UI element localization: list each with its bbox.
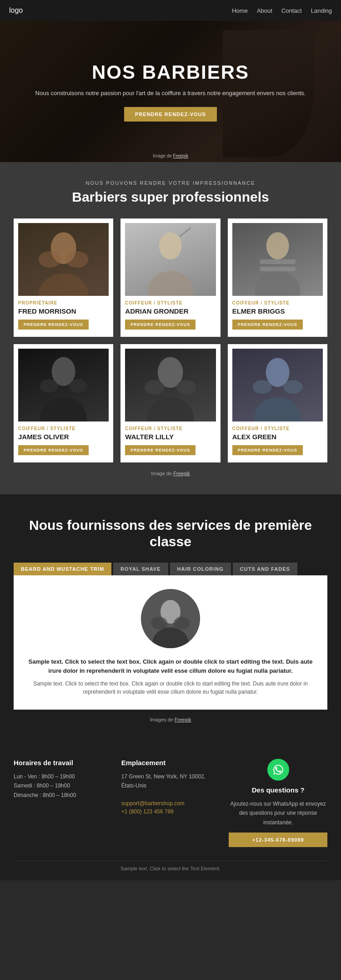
footer-whatsapp-text: Ajoutez-nous sur WhatsApp et envoyez des… xyxy=(229,799,327,827)
svg-point-3 xyxy=(66,251,89,268)
services-section: Nous fournissons des services de premièr… xyxy=(0,494,341,741)
footer-email[interactable]: support@barbershop.com xyxy=(121,800,185,807)
services-credit-link[interactable]: Freepik xyxy=(175,717,191,722)
barber-card: COIFFEUR / STYLISTE ELMER BRIGGS PRENDRE… xyxy=(228,218,327,337)
footer-hours-title: Horaires de travail xyxy=(14,759,112,767)
footer-phone: +1 (800) 123 456 789 xyxy=(121,808,174,815)
nav-links: Home About Contact Landing xyxy=(232,7,332,14)
svg-point-8 xyxy=(255,271,300,296)
footer-hours-line-3: Dimanche : 8h00 – 18h00 xyxy=(14,791,112,800)
footer-location-title: Emplacement xyxy=(121,759,220,767)
hero-section: NOS BARBIERS Nous construisons notre pas… xyxy=(0,21,341,162)
svg-point-27 xyxy=(174,617,190,630)
barbiers-credit: Image de Freepik xyxy=(14,471,327,476)
barber-btn-4[interactable]: PRENDRE RENDEZ-VOUS xyxy=(18,445,89,455)
nav-contact[interactable]: Contact xyxy=(281,7,302,14)
barber-btn-5[interactable]: PRENDRE RENDEZ-VOUS xyxy=(125,445,196,455)
barber-role-5: COIFFEUR / STYLISTE xyxy=(125,426,216,431)
footer-bottom-text: Sample text. Click to select the Text El… xyxy=(120,866,221,871)
svg-point-2 xyxy=(39,251,61,268)
service-image xyxy=(141,589,200,648)
barber-photo-2 xyxy=(125,223,216,296)
footer-hours-line-2: Samedi : 8h00 – 18h00 xyxy=(14,781,112,790)
hero-credit: Image de Freepik xyxy=(153,153,188,158)
barber-photo-4 xyxy=(18,349,109,421)
barber-name-5: WALTER LILLY xyxy=(125,433,216,441)
footer-whatsapp: Des questions ? Ajoutez-nous sur WhatsAp… xyxy=(229,759,327,847)
svg-point-20 xyxy=(254,397,301,421)
svg-point-22 xyxy=(283,380,302,394)
svg-point-7 xyxy=(266,232,289,259)
barber-card: COIFFEUR / STYLISTE ALEX GREEN PRENDRE R… xyxy=(228,344,327,462)
barber-role-6: COIFFEUR / STYLISTE xyxy=(232,426,323,431)
barber-card: COIFFEUR / STYLISTE JAMES OLIVER PRENDRE… xyxy=(14,344,113,462)
svg-point-18 xyxy=(176,380,196,395)
barber-btn-6[interactable]: PRENDRE RENDEZ-VOUS xyxy=(232,445,303,455)
barber-role-1: PROPRIÉTAIRE xyxy=(18,300,109,305)
barbers-grid: PROPRIÉTAIRE FRED MORRISON PRENDRE RENDE… xyxy=(14,218,327,462)
svg-point-4 xyxy=(159,232,182,259)
barbiers-label: NOUS POUVONS RENDRE VOTRE IMPRESSIONNANC… xyxy=(14,180,327,186)
barber-role-2: COIFFEUR / STYLISTE xyxy=(125,300,216,305)
footer-hours: Horaires de travail Lun - Ven : 8h00 – 1… xyxy=(14,759,112,847)
barber-name-6: ALEX GREEN xyxy=(232,433,323,441)
barber-name-3: ELMER BRIGGS xyxy=(232,307,323,315)
svg-rect-9 xyxy=(259,259,296,264)
footer-bottom: Sample text. Click to select the Text El… xyxy=(14,861,327,871)
barber-photo-5 xyxy=(125,349,216,421)
tab-cuts-fades[interactable]: CUTS AND FADES xyxy=(233,563,297,575)
svg-rect-10 xyxy=(259,267,296,271)
barber-card: COIFFEUR / STYLISTE ADRIAN GRONDER PREND… xyxy=(120,218,220,337)
tab-beard-mustache[interactable]: BEARD AND MUSTACHE TRIM xyxy=(14,563,111,575)
barber-photo-3 xyxy=(232,223,323,296)
svg-point-1 xyxy=(39,273,89,296)
hero-credit-link[interactable]: Freepik xyxy=(173,153,188,158)
nav-home[interactable]: Home xyxy=(232,7,248,14)
nav-landing[interactable]: Landing xyxy=(311,7,332,14)
svg-point-21 xyxy=(253,380,272,394)
tab-hair-coloring[interactable]: HAIR COLORING xyxy=(170,563,231,575)
services-tabs: BEARD AND MUSTACHE TRIM ROYAL SHAVE HAIR… xyxy=(14,563,327,575)
barbiers-section: NOUS POUVONS RENDRE VOTRE IMPRESSIONNANC… xyxy=(0,162,341,494)
barbiers-title: Barbiers super professionnels xyxy=(14,189,327,205)
barbiers-credit-link[interactable]: Freepik xyxy=(173,471,190,476)
services-title: Nous fournissons des services de premièr… xyxy=(14,517,327,550)
barber-photo-1 xyxy=(18,223,109,296)
whatsapp-icon xyxy=(267,759,289,781)
hero-cta-button[interactable]: PRENDRE RENDEZ-VOUS xyxy=(124,107,217,122)
barber-btn-1[interactable]: PRENDRE RENDEZ-VOUS xyxy=(18,320,89,330)
service-text-bold: Sample text. Click to select the text bo… xyxy=(27,657,314,675)
hero-content: NOS BARBIERS Nous construisons notre pas… xyxy=(26,52,315,131)
whatsapp-button[interactable]: +12-345-678-89089 xyxy=(229,833,327,847)
barber-card: PROPRIÉTAIRE FRED MORRISON PRENDRE RENDE… xyxy=(14,218,113,337)
service-panel: Sample text. Click to select the text bo… xyxy=(14,575,327,710)
footer-whatsapp-title: Des questions ? xyxy=(229,786,327,794)
barber-card: COIFFEUR / STYLISTE WALTER LILLY PRENDRE… xyxy=(120,344,220,462)
svg-point-16 xyxy=(147,397,194,421)
svg-point-14 xyxy=(69,379,87,393)
footer-location: Emplacement 17 Green St, New York, NY 10… xyxy=(121,759,220,847)
hero-subtitle: Nous construisons notre passion pour l'a… xyxy=(35,89,306,98)
services-credit: Images de Freepik xyxy=(14,717,327,722)
footer-grid: Horaires de travail Lun - Ven : 8h00 – 1… xyxy=(14,759,327,847)
barber-role-4: COIFFEUR / STYLISTE xyxy=(18,426,109,431)
barber-btn-3[interactable]: PRENDRE RENDEZ-VOUS xyxy=(232,320,303,330)
tab-royal-shave[interactable]: ROYAL SHAVE xyxy=(113,563,168,575)
barber-role-3: COIFFEUR / STYLISTE xyxy=(232,300,323,305)
svg-point-5 xyxy=(148,271,193,296)
barber-photo-6 xyxy=(232,349,323,421)
svg-point-12 xyxy=(40,397,87,421)
hero-title: NOS BARBIERS xyxy=(35,61,306,83)
navbar: logo Home About Contact Landing xyxy=(0,0,341,21)
service-text-normal: Sample text. Click to select the text bo… xyxy=(27,680,314,696)
footer-address: 17 Green St, New York, NY 10002, États-U… xyxy=(121,772,220,791)
nav-logo: logo xyxy=(9,6,23,15)
footer: Horaires de travail Lun - Ven : 8h00 – 1… xyxy=(0,741,341,880)
barber-name-2: ADRIAN GRONDER xyxy=(125,307,216,315)
footer-hours-line-1: Lun - Ven : 8h00 – 19h00 xyxy=(14,772,112,781)
barber-btn-2[interactable]: PRENDRE RENDEZ-VOUS xyxy=(125,320,196,330)
nav-about[interactable]: About xyxy=(257,7,272,14)
barber-name-1: FRED MORRISON xyxy=(18,307,109,315)
svg-point-17 xyxy=(145,380,165,395)
barber-name-4: JAMES OLIVER xyxy=(18,433,109,441)
